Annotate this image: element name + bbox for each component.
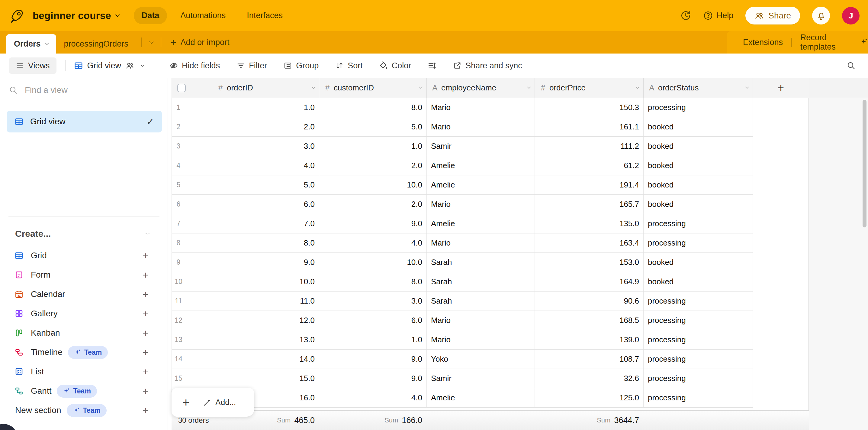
row-height-button[interactable]	[427, 61, 436, 70]
cell-orderid[interactable]: 13.0	[212, 330, 319, 349]
cell-orderid[interactable]: 4.0	[212, 156, 319, 175]
create-item-new-section[interactable]: New sectionTeam+	[0, 401, 168, 420]
cell-orderprice[interactable]: 161.1	[535, 117, 644, 136]
cell-orderprice[interactable]: 164.9	[535, 272, 644, 291]
cell-orderid[interactable]: 8.0	[212, 233, 319, 253]
add-view-button[interactable]: +	[143, 308, 149, 320]
cell-employeename[interactable]: Amelie	[427, 388, 535, 407]
create-section-header[interactable]: Create...	[0, 225, 168, 242]
select-all-checkbox[interactable]	[177, 84, 186, 92]
help-button[interactable]: Help	[703, 10, 734, 21]
cell-orderstatus[interactable]: booked	[644, 117, 753, 136]
cell-orderprice[interactable]: 150.3	[535, 98, 644, 117]
cell-orderid[interactable]: 15.0	[212, 369, 319, 388]
cell-employeename[interactable]: Amelie	[427, 175, 535, 195]
column-header-orderprice[interactable]: #orderPrice	[535, 78, 644, 98]
cell-orderprice[interactable]: 108.7	[535, 349, 644, 369]
cell-employeename[interactable]: Yoko	[427, 349, 535, 369]
cell-orderprice[interactable]: 153.0	[535, 253, 644, 272]
history-icon[interactable]	[680, 10, 691, 21]
cell-customerid[interactable]: 9.0	[319, 349, 427, 369]
cell-employeename[interactable]: Mario	[427, 195, 535, 214]
filter-button[interactable]: Filter	[236, 61, 267, 70]
group-button[interactable]: Group	[283, 61, 319, 70]
cell-employeename[interactable]: Samir	[427, 137, 535, 156]
cell-orderstatus[interactable]: booked	[644, 175, 753, 195]
cell-employeename[interactable]: Amelie	[427, 214, 535, 233]
add-view-button[interactable]: +	[143, 269, 149, 281]
search-icon[interactable]	[846, 61, 856, 70]
views-button[interactable]: Views	[9, 57, 57, 74]
cell-employeename[interactable]: Samir	[427, 369, 535, 388]
cell-orderid[interactable]: 14.0	[212, 349, 319, 369]
cell-employeename[interactable]: Amelie	[427, 156, 535, 175]
cell-employeename[interactable]: Sarah	[427, 272, 535, 291]
chevron-down-icon[interactable]	[636, 85, 640, 89]
cell-orderid[interactable]: 7.0	[212, 214, 319, 233]
cell-orderid[interactable]: 9.0	[212, 253, 319, 272]
cell-orderstatus[interactable]: processing	[644, 98, 753, 117]
cell-orderid[interactable]: 12.0	[212, 311, 319, 330]
find-view-input[interactable]	[25, 85, 159, 95]
add-view-button[interactable]: +	[143, 250, 149, 262]
cell-employeename[interactable]: Mario	[427, 330, 535, 349]
base-name[interactable]: beginner course	[33, 10, 111, 22]
avatar[interactable]: J	[842, 7, 860, 25]
cell-orderstatus[interactable]: processing	[644, 233, 753, 253]
create-item-calendar[interactable]: 31Calendar+	[0, 285, 168, 304]
cell-orderid[interactable]: 6.0	[212, 195, 319, 214]
column-header-employeename[interactable]: AemployeeName	[427, 78, 535, 98]
chevron-down-icon[interactable]	[527, 85, 531, 89]
cell-orderstatus[interactable]: processing	[644, 349, 753, 369]
add-field-button[interactable]: +	[753, 78, 809, 98]
column-header-customerid[interactable]: #customerID	[319, 78, 427, 98]
cell-customerid[interactable]: 5.0	[319, 117, 427, 136]
cell-employeename[interactable]: Sarah	[427, 291, 535, 311]
add-view-button[interactable]: +	[143, 327, 149, 339]
cell-orderstatus[interactable]: processing	[644, 214, 753, 233]
cell-orderprice[interactable]: 168.5	[535, 311, 644, 330]
cell-orderprice[interactable]: 90.6	[535, 291, 644, 311]
add-view-button[interactable]: +	[143, 288, 149, 300]
sidebar-view-grid-view[interactable]: Grid view ✓	[7, 111, 162, 133]
add-view-button[interactable]: +	[143, 347, 149, 358]
cell-customerid[interactable]: 1.0	[319, 137, 427, 156]
cell-orderstatus[interactable]: booked	[644, 137, 753, 156]
cell-customerid[interactable]: 8.0	[319, 272, 427, 291]
cell-customerid[interactable]: 10.0	[319, 253, 427, 272]
cell-orderprice[interactable]: 32.6	[535, 369, 644, 388]
cell-orderid[interactable]: 11.0	[212, 291, 319, 311]
cell-customerid[interactable]: 10.0	[319, 175, 427, 195]
cell-orderprice[interactable]: 139.0	[535, 330, 644, 349]
cell-orderid[interactable]: 1.0	[212, 98, 319, 117]
cell-employeename[interactable]: Sarah	[427, 253, 535, 272]
cell-orderstatus[interactable]: processing	[644, 330, 753, 349]
create-item-gantt[interactable]: GanttTeam+	[0, 381, 168, 401]
column-header-orderid[interactable]: #orderID	[212, 78, 319, 98]
help-bubble-button[interactable]	[0, 424, 18, 430]
cell-customerid[interactable]: 6.0	[319, 311, 427, 330]
cell-orderstatus[interactable]: processing	[644, 388, 753, 407]
chevron-down-icon[interactable]	[745, 85, 749, 89]
hide-fields-button[interactable]: Hide fields	[169, 61, 220, 70]
create-item-gallery[interactable]: Gallery+	[0, 304, 168, 323]
chevron-down-icon[interactable]	[115, 12, 120, 17]
cell-orderprice[interactable]: 111.2	[535, 137, 644, 156]
nav-tab-automations[interactable]: Automations	[173, 7, 234, 24]
cell-orderprice[interactable]: 135.0	[535, 214, 644, 233]
chevron-down-icon[interactable]	[419, 85, 423, 89]
current-view-button[interactable]: Grid view	[74, 61, 144, 70]
create-item-kanban[interactable]: Kanban+	[0, 323, 168, 343]
cell-customerid[interactable]: 4.0	[319, 388, 427, 407]
nav-tab-data[interactable]: Data	[134, 7, 167, 24]
notifications-button[interactable]	[812, 7, 830, 25]
table-tab-processingorders[interactable]: processingOrders	[56, 34, 136, 54]
cell-orderprice[interactable]: 191.4	[535, 175, 644, 195]
cell-customerid[interactable]: 8.0	[319, 98, 427, 117]
cell-orderprice[interactable]: 125.0	[535, 388, 644, 407]
share-and-sync-button[interactable]: Share and sync	[453, 61, 522, 70]
cell-employeename[interactable]: Mario	[427, 233, 535, 253]
cell-orderid[interactable]: 3.0	[212, 137, 319, 156]
cell-orderstatus[interactable]: booked	[644, 253, 753, 272]
color-button[interactable]: Color	[379, 61, 411, 70]
